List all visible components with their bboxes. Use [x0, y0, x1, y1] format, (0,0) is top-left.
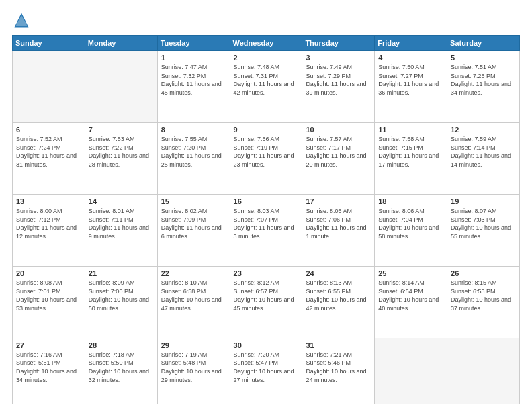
calendar-week-5: 27Sunrise: 7:16 AM Sunset: 5:51 PM Dayli…: [13, 338, 520, 404]
day-info: Sunrise: 8:05 AM Sunset: 7:06 PM Dayligh…: [306, 207, 371, 240]
header: [12, 11, 520, 30]
day-info: Sunrise: 8:10 AM Sunset: 6:58 PM Dayligh…: [161, 279, 226, 312]
day-number: 17: [306, 197, 371, 205]
calendar-week-4: 20Sunrise: 8:08 AM Sunset: 7:01 PM Dayli…: [13, 266, 520, 338]
calendar-cell: 10Sunrise: 7:57 AM Sunset: 7:17 PM Dayli…: [302, 122, 375, 194]
calendar-cell: 6Sunrise: 7:52 AM Sunset: 7:24 PM Daylig…: [13, 122, 85, 194]
day-number: 30: [234, 341, 299, 349]
day-info: Sunrise: 7:51 AM Sunset: 7:25 PM Dayligh…: [451, 63, 516, 97]
calendar-week-1: 1Sunrise: 7:47 AM Sunset: 7:32 PM Daylig…: [13, 51, 520, 123]
day-number: 15: [161, 197, 226, 205]
logo-icon: [12, 11, 31, 30]
day-number: 14: [89, 197, 154, 205]
calendar-cell: [447, 338, 520, 404]
calendar-cell: 11Sunrise: 7:58 AM Sunset: 7:15 PM Dayli…: [375, 122, 447, 194]
calendar-cell: 7Sunrise: 7:53 AM Sunset: 7:22 PM Daylig…: [85, 122, 157, 194]
day-number: 12: [451, 126, 516, 134]
calendar-cell: 20Sunrise: 8:08 AM Sunset: 7:01 PM Dayli…: [13, 266, 85, 338]
day-number: 22: [161, 269, 226, 277]
day-number: 10: [306, 126, 371, 134]
day-info: Sunrise: 8:01 AM Sunset: 7:11 PM Dayligh…: [89, 207, 154, 240]
day-info: Sunrise: 7:49 AM Sunset: 7:29 PM Dayligh…: [306, 63, 371, 97]
day-number: 5: [451, 54, 516, 62]
calendar-cell: 5Sunrise: 7:51 AM Sunset: 7:25 PM Daylig…: [447, 51, 520, 123]
calendar-cell: 18Sunrise: 8:06 AM Sunset: 7:04 PM Dayli…: [375, 194, 447, 266]
calendar-cell: 17Sunrise: 8:05 AM Sunset: 7:06 PM Dayli…: [302, 194, 375, 266]
day-number: 29: [161, 341, 226, 349]
day-number: 16: [234, 197, 299, 205]
day-info: Sunrise: 8:00 AM Sunset: 7:12 PM Dayligh…: [16, 207, 81, 240]
day-number: 25: [378, 269, 443, 277]
weekday-header-row: SundayMondayTuesdayWednesdayThursdayFrid…: [13, 36, 520, 51]
day-number: 19: [451, 197, 516, 205]
weekday-friday: Friday: [375, 36, 447, 51]
page: SundayMondayTuesdayWednesdayThursdayFrid…: [0, 0, 532, 411]
day-info: Sunrise: 7:57 AM Sunset: 7:17 PM Dayligh…: [306, 135, 371, 169]
weekday-thursday: Thursday: [302, 36, 375, 51]
day-number: 1: [161, 54, 226, 62]
day-info: Sunrise: 8:03 AM Sunset: 7:07 PM Dayligh…: [234, 207, 299, 240]
day-number: 11: [378, 126, 443, 134]
calendar-week-3: 13Sunrise: 8:00 AM Sunset: 7:12 PM Dayli…: [13, 194, 520, 266]
day-info: Sunrise: 7:21 AM Sunset: 5:46 PM Dayligh…: [306, 351, 371, 384]
day-info: Sunrise: 8:09 AM Sunset: 7:00 PM Dayligh…: [89, 279, 154, 312]
day-number: 9: [234, 126, 299, 134]
day-info: Sunrise: 8:07 AM Sunset: 7:03 PM Dayligh…: [451, 207, 516, 240]
calendar-cell: [375, 338, 447, 404]
calendar-cell: 30Sunrise: 7:20 AM Sunset: 5:47 PM Dayli…: [230, 338, 302, 404]
weekday-monday: Monday: [85, 36, 157, 51]
calendar-cell: 13Sunrise: 8:00 AM Sunset: 7:12 PM Dayli…: [13, 194, 85, 266]
calendar-cell: 1Sunrise: 7:47 AM Sunset: 7:32 PM Daylig…: [157, 51, 230, 123]
calendar-cell: 15Sunrise: 8:02 AM Sunset: 7:09 PM Dayli…: [157, 194, 230, 266]
day-info: Sunrise: 7:19 AM Sunset: 5:48 PM Dayligh…: [161, 351, 226, 384]
day-info: Sunrise: 8:02 AM Sunset: 7:09 PM Dayligh…: [161, 207, 226, 240]
day-number: 18: [378, 197, 443, 205]
day-number: 2: [234, 54, 299, 62]
day-number: 31: [306, 341, 371, 349]
calendar-cell: 19Sunrise: 8:07 AM Sunset: 7:03 PM Dayli…: [447, 194, 520, 266]
calendar-cell: 22Sunrise: 8:10 AM Sunset: 6:58 PM Dayli…: [157, 266, 230, 338]
day-number: 21: [89, 269, 154, 277]
calendar-week-2: 6Sunrise: 7:52 AM Sunset: 7:24 PM Daylig…: [13, 122, 520, 194]
day-info: Sunrise: 8:08 AM Sunset: 7:01 PM Dayligh…: [16, 279, 81, 312]
calendar-cell: 9Sunrise: 7:56 AM Sunset: 7:19 PM Daylig…: [230, 122, 302, 194]
calendar-cell: 3Sunrise: 7:49 AM Sunset: 7:29 PM Daylig…: [302, 51, 375, 123]
day-number: 24: [306, 269, 371, 277]
calendar-cell: 16Sunrise: 8:03 AM Sunset: 7:07 PM Dayli…: [230, 194, 302, 266]
day-number: 4: [378, 54, 443, 62]
svg-marker-1: [15, 15, 28, 26]
day-number: 26: [451, 269, 516, 277]
calendar-cell: 31Sunrise: 7:21 AM Sunset: 5:46 PM Dayli…: [302, 338, 375, 404]
day-info: Sunrise: 8:12 AM Sunset: 6:57 PM Dayligh…: [234, 279, 299, 312]
calendar-cell: 12Sunrise: 7:59 AM Sunset: 7:14 PM Dayli…: [447, 122, 520, 194]
calendar-cell: 23Sunrise: 8:12 AM Sunset: 6:57 PM Dayli…: [230, 266, 302, 338]
day-number: 8: [161, 126, 226, 134]
calendar-cell: 24Sunrise: 8:13 AM Sunset: 6:55 PM Dayli…: [302, 266, 375, 338]
day-info: Sunrise: 8:14 AM Sunset: 6:54 PM Dayligh…: [378, 279, 443, 312]
day-info: Sunrise: 8:06 AM Sunset: 7:04 PM Dayligh…: [378, 207, 443, 240]
day-number: 7: [89, 126, 154, 134]
calendar-cell: 2Sunrise: 7:48 AM Sunset: 7:31 PM Daylig…: [230, 51, 302, 123]
day-number: 28: [89, 341, 154, 349]
day-info: Sunrise: 7:50 AM Sunset: 7:27 PM Dayligh…: [378, 63, 443, 97]
calendar-cell: 29Sunrise: 7:19 AM Sunset: 5:48 PM Dayli…: [157, 338, 230, 404]
calendar-cell: 26Sunrise: 8:15 AM Sunset: 6:53 PM Dayli…: [447, 266, 520, 338]
day-info: Sunrise: 7:59 AM Sunset: 7:14 PM Dayligh…: [451, 135, 516, 169]
calendar-cell: 28Sunrise: 7:18 AM Sunset: 5:50 PM Dayli…: [85, 338, 157, 404]
weekday-sunday: Sunday: [13, 36, 85, 51]
day-info: Sunrise: 7:20 AM Sunset: 5:47 PM Dayligh…: [234, 351, 299, 384]
day-info: Sunrise: 7:48 AM Sunset: 7:31 PM Dayligh…: [234, 63, 299, 97]
calendar-cell: 21Sunrise: 8:09 AM Sunset: 7:00 PM Dayli…: [85, 266, 157, 338]
calendar-cell: 8Sunrise: 7:55 AM Sunset: 7:20 PM Daylig…: [157, 122, 230, 194]
day-info: Sunrise: 7:53 AM Sunset: 7:22 PM Dayligh…: [89, 135, 154, 169]
day-info: Sunrise: 7:47 AM Sunset: 7:32 PM Dayligh…: [161, 63, 226, 97]
day-info: Sunrise: 8:15 AM Sunset: 6:53 PM Dayligh…: [451, 279, 516, 312]
day-info: Sunrise: 7:16 AM Sunset: 5:51 PM Dayligh…: [16, 351, 81, 384]
day-number: 20: [16, 269, 81, 277]
day-info: Sunrise: 7:52 AM Sunset: 7:24 PM Dayligh…: [16, 135, 81, 169]
day-info: Sunrise: 7:55 AM Sunset: 7:20 PM Dayligh…: [161, 135, 226, 169]
day-info: Sunrise: 7:58 AM Sunset: 7:15 PM Dayligh…: [378, 135, 443, 169]
day-number: 23: [234, 269, 299, 277]
day-number: 6: [16, 126, 81, 134]
calendar-cell: [13, 51, 85, 123]
